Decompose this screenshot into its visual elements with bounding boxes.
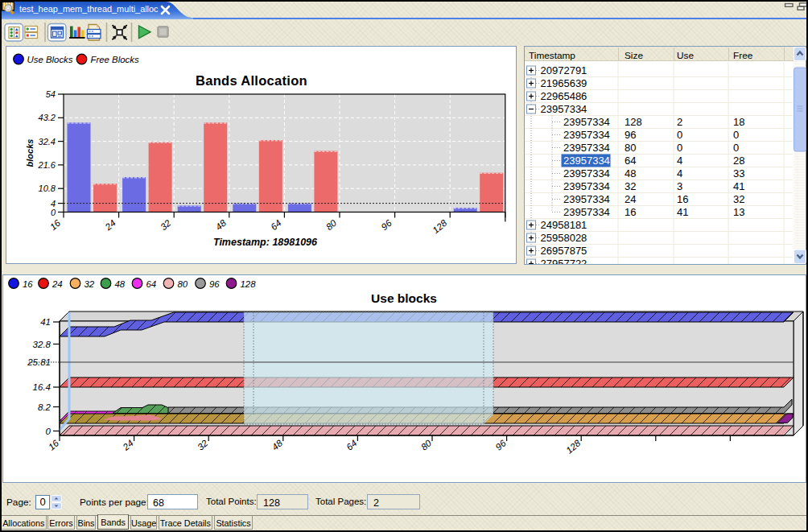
svg-text:25958028: 25958028 xyxy=(541,232,587,244)
svg-text:48: 48 xyxy=(270,438,285,452)
svg-text:Timestamp: 18981096: Timestamp: 18981096 xyxy=(212,237,317,248)
svg-text:96: 96 xyxy=(625,129,636,141)
svg-text:Use Blocks: Use Blocks xyxy=(27,55,72,64)
svg-text:128: 128 xyxy=(564,438,583,456)
svg-text:24: 24 xyxy=(52,279,63,289)
svg-text:16.4: 16.4 xyxy=(33,382,51,392)
svg-text:20972791: 20972791 xyxy=(541,64,587,76)
svg-text:128: 128 xyxy=(241,279,257,289)
svg-text:24: 24 xyxy=(102,218,117,233)
svg-text:4: 4 xyxy=(677,167,682,179)
svg-text:23957334: 23957334 xyxy=(563,129,610,141)
svg-text:23957334: 23957334 xyxy=(541,103,587,115)
svg-text:64: 64 xyxy=(344,438,359,452)
svg-text:Use blocks: Use blocks xyxy=(371,291,437,305)
svg-text:16: 16 xyxy=(677,193,688,205)
svg-text:32: 32 xyxy=(158,217,172,232)
svg-text:10.8: 10.8 xyxy=(38,184,56,193)
svg-text:41: 41 xyxy=(40,317,51,327)
svg-text:2: 2 xyxy=(677,116,682,128)
svg-text:28: 28 xyxy=(733,155,744,167)
svg-text:23957334: 23957334 xyxy=(563,116,610,128)
svg-text:13: 13 xyxy=(733,206,744,218)
svg-text:96: 96 xyxy=(493,438,508,452)
svg-text:0: 0 xyxy=(733,142,739,154)
svg-text:48: 48 xyxy=(625,167,636,179)
svg-text:64: 64 xyxy=(146,279,157,289)
svg-text:32: 32 xyxy=(625,180,636,192)
svg-text:16: 16 xyxy=(47,438,61,452)
svg-text:48: 48 xyxy=(115,279,126,289)
svg-text:32: 32 xyxy=(196,438,210,452)
svg-text:26957875: 26957875 xyxy=(541,245,587,257)
svg-text:21965639: 21965639 xyxy=(541,77,587,89)
svg-text:64: 64 xyxy=(269,218,283,232)
svg-text:23957334: 23957334 xyxy=(563,155,610,167)
svg-text:23957334: 23957334 xyxy=(563,206,610,218)
svg-text:0: 0 xyxy=(677,129,682,141)
svg-text:23957334: 23957334 xyxy=(563,167,610,179)
svg-text:80: 80 xyxy=(178,279,188,289)
svg-text:24: 24 xyxy=(625,193,636,205)
svg-text:3: 3 xyxy=(677,180,682,192)
svg-text:32.4: 32.4 xyxy=(38,137,55,146)
svg-text:Bands Allocation: Bands Allocation xyxy=(196,73,307,88)
svg-text:128: 128 xyxy=(625,116,642,128)
svg-text:96: 96 xyxy=(209,279,220,289)
svg-text:80: 80 xyxy=(625,142,636,154)
svg-text:blocks: blocks xyxy=(24,139,34,167)
svg-text:128: 128 xyxy=(431,217,449,235)
svg-text:48: 48 xyxy=(213,217,228,232)
svg-text:27957722: 27957722 xyxy=(541,258,587,264)
svg-text:32: 32 xyxy=(85,279,95,289)
svg-text:24958181: 24958181 xyxy=(541,219,587,231)
svg-text:16: 16 xyxy=(47,217,62,232)
svg-text:23957334: 23957334 xyxy=(563,193,610,205)
svg-text:54: 54 xyxy=(45,89,55,99)
svg-text:24: 24 xyxy=(121,438,135,452)
svg-text:43.2: 43.2 xyxy=(38,113,55,122)
svg-text:0: 0 xyxy=(677,142,682,154)
svg-text:16: 16 xyxy=(23,279,33,289)
svg-text:80: 80 xyxy=(324,217,338,232)
svg-text:23957334: 23957334 xyxy=(563,142,610,154)
svg-text:4: 4 xyxy=(677,155,682,167)
svg-text:0: 0 xyxy=(46,427,52,436)
svg-text:21.6: 21.6 xyxy=(37,160,56,170)
svg-text:0: 0 xyxy=(733,129,739,141)
svg-text:32: 32 xyxy=(733,193,744,205)
svg-text:23957334: 23957334 xyxy=(563,180,610,192)
svg-text:16: 16 xyxy=(625,206,636,218)
svg-text:41: 41 xyxy=(733,180,744,192)
svg-text:18: 18 xyxy=(733,116,744,128)
svg-text:64: 64 xyxy=(625,155,636,167)
svg-text:32.8: 32.8 xyxy=(33,340,52,349)
svg-text:33: 33 xyxy=(733,167,744,179)
svg-text:41: 41 xyxy=(677,206,688,218)
svg-text:Free Blocks: Free Blocks xyxy=(90,55,138,64)
svg-text:96: 96 xyxy=(379,217,394,232)
svg-text:22965486: 22965486 xyxy=(541,90,587,102)
svg-text:0: 0 xyxy=(50,208,56,217)
svg-text:80: 80 xyxy=(419,438,434,452)
svg-text:8.2: 8.2 xyxy=(38,402,52,412)
